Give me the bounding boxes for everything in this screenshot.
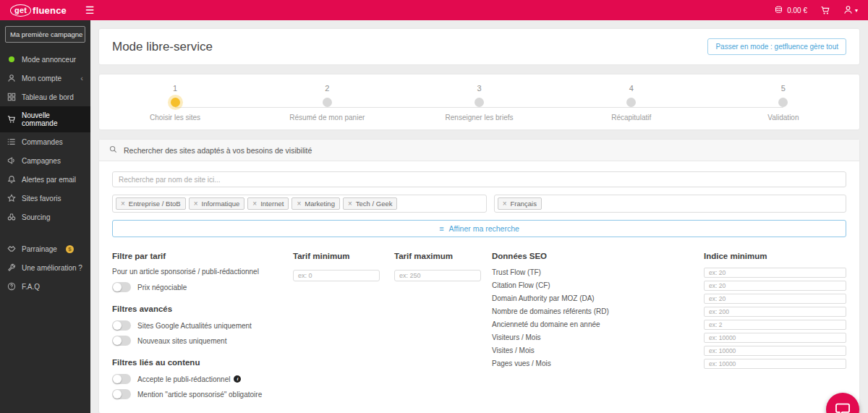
- remove-tag-icon[interactable]: ×: [252, 200, 257, 208]
- tag-chip[interactable]: ×Internet: [247, 197, 289, 210]
- filter-price-subtitle: Pour un article sponsorisé / publi-rédac…: [112, 268, 293, 276]
- hamburger-menu-icon[interactable]: ☰: [85, 5, 95, 15]
- remove-tag-icon[interactable]: ×: [503, 200, 507, 208]
- advertiser-mode-icon: [7, 55, 16, 64]
- remove-tag-icon[interactable]: ×: [121, 200, 125, 208]
- seo-labels-column: Données SEO Trust Flow (TF) Citation Flo…: [492, 252, 704, 413]
- tag-label: Marketing: [305, 200, 335, 208]
- toggle-row-google-actualites: Sites Google Actualités uniquement: [112, 320, 293, 331]
- seo-label: Pages vues / Mois: [492, 359, 704, 369]
- tag-chip[interactable]: ×Marketing: [292, 197, 340, 210]
- toggle-google-actualites[interactable]: [112, 320, 131, 331]
- toggle-accepte-publi[interactable]: [112, 374, 131, 384]
- tag-chip[interactable]: ×Entreprise / BtoB: [116, 197, 186, 210]
- user-menu[interactable]: ▾: [843, 5, 858, 16]
- remove-tag-icon[interactable]: ×: [297, 200, 301, 208]
- seo-label: Visiteurs / Mois: [492, 333, 704, 343]
- info-icon[interactable]: i: [234, 375, 241, 383]
- seo-input-pages-vues[interactable]: [704, 359, 846, 369]
- category-tags-field[interactable]: ×Entreprise / BtoB ×Informatique ×Intern…: [112, 195, 487, 213]
- site-search-input[interactable]: [112, 171, 846, 187]
- sidebar-item-sourcing[interactable]: Sourcing: [0, 208, 90, 226]
- seo-input-trust-flow[interactable]: [704, 268, 846, 278]
- filter-toggles-column: Filtre par tarif Pour un article sponsor…: [112, 252, 293, 413]
- tarif-min-input[interactable]: [293, 270, 380, 281]
- logo-get-circle: get: [10, 4, 31, 17]
- orders-list-icon: [7, 137, 16, 146]
- topbar: getfluence ☰ 0.00 € ▾: [0, 0, 868, 20]
- step-label: Choisir les sites: [99, 114, 251, 122]
- toggle-row-nouveaux-sites: Nouveaux sites uniquement: [112, 336, 293, 346]
- language-tags-field[interactable]: ×Français: [494, 195, 846, 213]
- filters-area: Filtre par tarif Pour un article sponsor…: [112, 252, 846, 413]
- seo-title: Données SEO: [492, 252, 704, 260]
- sidebar-item-tableau-de-bord[interactable]: Tableau de bord: [0, 88, 90, 106]
- filter-content-title: Filtres liés au contenu: [112, 358, 293, 367]
- sidebar-item-campagnes[interactable]: Campagnes: [0, 151, 90, 170]
- toggle-row-accepte-publi: Accepte le publi-rédactionneli: [112, 374, 293, 384]
- getfluence-logo[interactable]: getfluence: [10, 4, 67, 17]
- seo-label: Domain Authority par MOZ (DA): [492, 294, 704, 304]
- wallet-balance[interactable]: 0.00 €: [774, 6, 807, 14]
- campaign-selector[interactable]: Ma première campagne (0): [5, 26, 85, 43]
- step-number: 1: [99, 84, 251, 93]
- tarif-min-column: Tarif minimum: [293, 252, 394, 413]
- tag-chip[interactable]: ×Français: [498, 197, 542, 210]
- seo-input-citation-flow[interactable]: [704, 281, 846, 291]
- toggle-prix-negociable[interactable]: [112, 282, 131, 292]
- toggle-label: Accepte le publi-rédactionneli: [137, 375, 241, 383]
- seo-input-domain-authority[interactable]: [704, 294, 846, 304]
- seo-input-anciennete[interactable]: [704, 320, 846, 330]
- step-number: 2: [251, 84, 403, 93]
- toggle-row-mention-sponsorise: Mention "article sponsorisé" obligatoire: [112, 389, 293, 399]
- sidebar-item-mon-compte[interactable]: Mon compte ‹: [0, 69, 90, 88]
- sidebar-item-label: Sourcing: [22, 213, 50, 221]
- toggle-label: Prix négociable: [137, 284, 187, 291]
- refine-search-button[interactable]: ≡ Affiner ma recherche: [112, 220, 846, 237]
- sidebar-item-parrainage[interactable]: Parrainage $: [0, 239, 90, 258]
- seo-label: Citation Flow (CF): [492, 281, 704, 291]
- filter-price-title: Filtre par tarif: [112, 252, 293, 260]
- sidebar-item-amelioration[interactable]: Une amélioration ?: [0, 258, 90, 277]
- tag-chip[interactable]: ×Informatique: [189, 197, 245, 210]
- sidebar-item-mode-annonceur[interactable]: Mode annonceur: [0, 50, 90, 69]
- seo-input-domaines-referents[interactable]: [704, 307, 846, 317]
- step-dot: [626, 98, 636, 107]
- handshake-icon: [7, 244, 16, 253]
- stepper: 1 Choisir les sites 2 Résumé de mon pani…: [99, 74, 859, 129]
- remove-tag-icon[interactable]: ×: [194, 200, 198, 208]
- seo-input-visites-mois[interactable]: [704, 346, 846, 356]
- sidebar-item-label: Campagnes: [22, 157, 61, 165]
- main-content: Mode libre-service Passer en mode : getf…: [90, 20, 868, 413]
- tarif-min-label: Tarif minimum: [293, 252, 394, 260]
- search-section-header: Rechercher des sites adaptés à vos besoi…: [99, 140, 859, 161]
- tag-chip[interactable]: ×Tech / Geek: [343, 197, 398, 210]
- search-section-title: Rechercher des sites adaptés à vos besoi…: [124, 146, 312, 155]
- sidebar-item-faq[interactable]: F.A.Q: [0, 277, 90, 296]
- tarif-max-input[interactable]: [394, 270, 481, 281]
- sidebar-item-sites-favoris[interactable]: Sites favoris: [0, 189, 90, 208]
- money-bag-icon: $: [66, 245, 74, 253]
- cart-icon[interactable]: [820, 6, 830, 15]
- toggle-nouveaux-sites[interactable]: [112, 336, 131, 346]
- tag-label: Informatique: [202, 200, 240, 208]
- step-dot: [778, 98, 788, 107]
- sidebar-item-alertes-email[interactable]: Alertes par email: [0, 170, 90, 189]
- user-icon: [843, 5, 853, 16]
- sidebar-item-commandes[interactable]: Commandes: [0, 132, 90, 151]
- step-resume-panier: 2 Résumé de mon panier: [251, 84, 403, 122]
- app-window: getfluence ☰ 0.00 € ▾ Ma première: [0, 0, 868, 413]
- seo-label: Ancienneté du domaine en année: [492, 320, 704, 330]
- new-order-icon: [7, 115, 16, 124]
- toggle-mention-sponsorise[interactable]: [112, 389, 131, 399]
- seo-label: Visites / Mois: [492, 346, 704, 356]
- toggle-row-prix-negociable: Prix négociable: [112, 282, 293, 292]
- switch-mode-button[interactable]: Passer en mode : getfluence gère tout: [707, 38, 846, 55]
- seo-input-visiteurs-mois[interactable]: [704, 333, 846, 343]
- filter-advanced-title: Filtres avancés: [112, 305, 293, 313]
- star-icon: [7, 194, 16, 203]
- dashboard-icon: [7, 93, 16, 101]
- sidebar-item-nouvelle-commande[interactable]: Nouvelle commande: [0, 106, 90, 132]
- remove-tag-icon[interactable]: ×: [348, 200, 352, 208]
- sidebar-item-label: Mode annonceur: [22, 56, 76, 64]
